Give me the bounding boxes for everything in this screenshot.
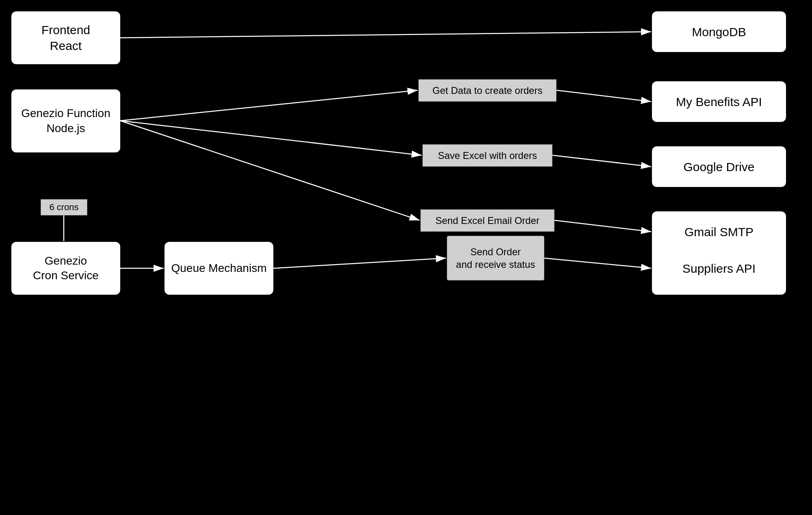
- google-drive-label: Google Drive: [683, 159, 754, 175]
- send-order-label: Send Order and receive status: [447, 236, 544, 280]
- mongodb-label: MongoDB: [692, 24, 746, 40]
- svg-line-6: [554, 220, 651, 232]
- my-benefits-api-label: My Benefits API: [676, 94, 762, 110]
- mongodb-box: MongoDB: [652, 11, 786, 52]
- send-excel-email-label: Send Excel Email Order: [420, 209, 554, 232]
- six-crons-label: 6 crons: [41, 199, 87, 215]
- svg-line-8: [273, 258, 446, 268]
- genezio-cron-label: Genezio Cron Service: [33, 254, 99, 283]
- svg-line-3: [120, 121, 422, 155]
- svg-line-4: [552, 155, 651, 167]
- save-excel-label: Save Excel with orders: [422, 144, 552, 167]
- queue-mechanism-box: Queue Mechanism: [165, 242, 273, 295]
- gmail-smtp-label: Gmail SMTP: [684, 224, 754, 240]
- genezio-function-label: Genezio Function Node.js: [21, 106, 110, 136]
- suppliers-api-box: Suppliers API: [652, 242, 786, 295]
- suppliers-api-label: Suppliers API: [682, 261, 756, 276]
- svg-line-0: [120, 32, 651, 38]
- svg-line-1: [120, 90, 418, 121]
- frontend-react-label: Frontend React: [41, 22, 90, 54]
- my-benefits-api-box: My Benefits API: [652, 81, 786, 122]
- diagram-container: Frontend React Genezio Function Node.js …: [0, 0, 812, 515]
- genezio-function-box: Genezio Function Node.js: [11, 89, 120, 152]
- svg-line-5: [120, 121, 420, 220]
- svg-line-9: [544, 258, 651, 268]
- genezio-cron-box: Genezio Cron Service: [11, 242, 120, 295]
- svg-line-2: [556, 90, 651, 102]
- queue-mechanism-label: Queue Mechanism: [171, 261, 266, 276]
- get-data-label: Get Data to create orders: [418, 79, 556, 102]
- frontend-react-box: Frontend React: [11, 11, 120, 64]
- google-drive-box: Google Drive: [652, 146, 786, 187]
